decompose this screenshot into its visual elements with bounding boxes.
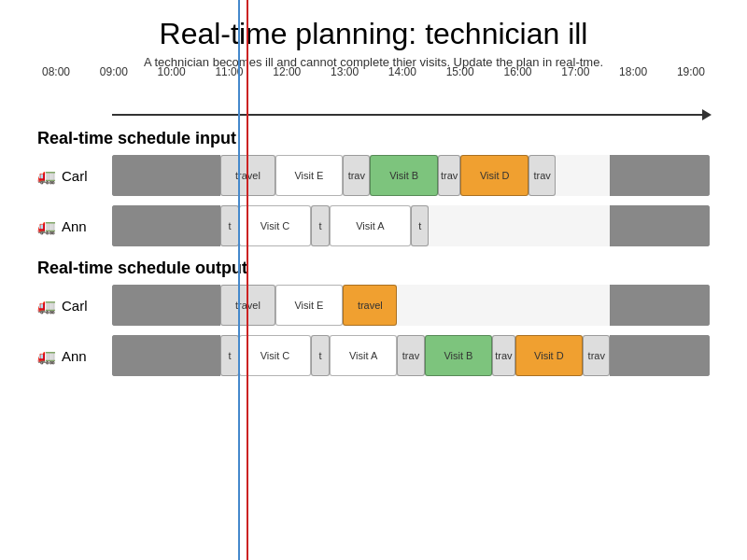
tick-label: 16:00 [500,65,537,78]
truck-icon: 🚛 [37,217,56,235]
task-block: trav [583,335,610,376]
gantt-track: tVisit CtVisit At [112,205,710,246]
task-block: Visit A [330,205,411,246]
task-block: Visit C [239,335,312,376]
freeze-line: freeze [238,0,240,560]
task-block: t [220,335,238,376]
track-bg-right [610,285,710,326]
task-block: Visit D [460,155,529,196]
input-schedule-section: 🚛CarltravelVisit EtravVisit BtravVisit D… [0,152,747,249]
task-block: trav [343,155,370,196]
task-block: t [311,205,329,246]
truck-icon: 🚛 [37,297,56,315]
tick-label: 15:00 [442,65,479,78]
tech-label: 🚛Carl [37,297,112,315]
tech-name: Carl [62,168,88,184]
task-block: Visit E [275,285,344,326]
technician-row: 🚛AnntVisit CtVisit At [37,203,710,249]
task-block: trav [438,155,460,196]
tech-name: Ann [62,348,87,364]
track-bg-left [112,155,220,196]
task-block: t [411,205,429,246]
task-block: Visit B [370,155,438,196]
tick-label: 19:00 [672,65,710,78]
task-block: Visit B [425,335,493,376]
tick-label: 14:00 [384,65,421,78]
technician-row: 🚛CarltravelVisit Etravel [37,282,710,329]
tech-label: 🚛Ann [37,217,112,235]
tick-label: 09:00 [95,65,133,78]
task-block: trav [492,335,514,376]
task-block: trav [529,155,556,196]
gantt-track: travelVisit Etravel [112,285,710,326]
tech-name: Ann [62,218,87,234]
truck-icon: 🚛 [37,347,56,365]
output-section-title: Real-time schedule output [37,259,710,278]
tick-label: 10:00 [153,65,190,78]
now-line-output: now [247,0,248,560]
tick-label: 08:00 [37,65,75,78]
task-block: travel [343,285,397,326]
timeline-arrow [112,114,710,116]
track-bg-right [610,155,710,196]
track-bg-left [112,205,220,246]
track-bg-left [112,285,220,326]
page-title: Real-time planning: technician ill [0,0,747,55]
task-block: trav [397,335,424,376]
task-block: Visit A [330,335,398,376]
task-block: Visit D [515,335,584,376]
tech-label: 🚛Carl [37,167,112,185]
task-block: t [220,205,238,246]
tick-label: 11:00 [210,65,247,78]
output-schedule-section: 🚛CarltravelVisit Etravel🚛AnntVisit CtVis… [0,282,747,379]
tick-label: 18:00 [614,65,652,78]
tech-name: Carl [62,298,88,314]
technician-row: 🚛AnntVisit CtVisit AtravVisit BtravVisit… [37,332,710,379]
track-bg-left [112,335,220,376]
tech-label: 🚛Ann [37,347,112,365]
tick-label: 13:00 [326,65,363,78]
track-bg-right [610,335,710,376]
truck-icon: 🚛 [37,167,56,185]
task-block: t [311,335,329,376]
gantt-track: travelVisit EtravVisit BtravVisit Dtrav [112,155,710,196]
track-bg-right [610,205,710,246]
gantt-track: tVisit CtVisit AtravVisit BtravVisit Dtr… [112,335,710,376]
tick-label: 17:00 [557,65,594,78]
timeline-ticks: 08:0009:0010:0011:0012:0013:0014:0015:00… [37,65,710,78]
tick-label: 12:00 [268,65,305,78]
task-block: Visit E [275,155,344,196]
technician-row: 🚛CarltravelVisit EtravVisit BtravVisit D… [37,152,710,199]
task-block: Visit C [239,205,312,246]
page-container: Real-time planning: technician ill A tec… [0,0,747,379]
input-section-title: Real-time schedule input [37,129,710,148]
